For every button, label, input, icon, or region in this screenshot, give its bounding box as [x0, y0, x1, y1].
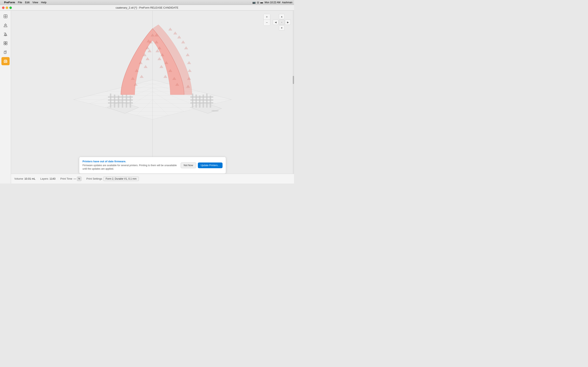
svg-marker-82: [148, 49, 151, 52]
svg-rect-57: [190, 100, 213, 100]
viewport-scrollbar[interactable]: [293, 11, 294, 184]
file-menu[interactable]: File: [18, 1, 22, 4]
layout-tool[interactable]: [1, 39, 9, 47]
nav-right-button[interactable]: ▶: [285, 20, 291, 25]
volume-display: Volume 10.01 mL: [14, 177, 35, 180]
nav-left-button[interactable]: ◀: [273, 20, 278, 25]
svg-line-13: [4, 51, 4, 51]
firmware-banner-actions: Not Now Update Printers...: [181, 162, 223, 168]
svg-rect-9: [6, 42, 7, 43]
model-scene: FRONT: [61, 17, 244, 139]
support-tool[interactable]: [1, 21, 9, 29]
preform-menu[interactable]: PreForm: [4, 1, 15, 4]
refresh-time-button[interactable]: ↻: [77, 176, 81, 181]
nav-down-row: ▼: [273, 25, 291, 31]
firmware-banner-description: Firmware updates are available for sever…: [82, 164, 177, 171]
update-printers-button[interactable]: Update Printers...: [198, 162, 223, 168]
svg-point-7: [5, 35, 6, 36]
svg-marker-91: [177, 35, 181, 39]
svg-rect-50: [192, 94, 193, 108]
svg-marker-81: [157, 57, 161, 60]
svg-rect-12: [4, 52, 6, 54]
svg-rect-47: [108, 100, 133, 100]
svg-rect-54: [206, 94, 208, 108]
view-menu[interactable]: View: [33, 1, 38, 4]
traffic-lights: [2, 7, 12, 9]
select-tool[interactable]: [1, 12, 9, 20]
svg-rect-44: [126, 94, 127, 108]
svg-marker-93: [168, 27, 172, 31]
minimize-button[interactable]: [6, 7, 8, 9]
left-sidebar: [0, 11, 11, 184]
volume-value: 10.01 mL: [24, 177, 35, 180]
menubar-icons: 📷 ◎ ▬: [252, 1, 263, 4]
svg-marker-88: [186, 53, 190, 56]
svg-marker-86: [188, 69, 191, 72]
battery-icon: ▬: [260, 1, 263, 4]
not-now-button[interactable]: Not Now: [181, 162, 196, 168]
viewport[interactable]: FRONT + − ▲ ◀ ⌂: [11, 11, 294, 184]
svg-marker-77: [163, 75, 167, 78]
svg-rect-10: [4, 43, 5, 45]
title-bar: caatenary_2.stl [*] - PreForm RELEASE CA…: [0, 5, 294, 11]
svg-rect-48: [108, 103, 133, 103]
transform-tool[interactable]: [1, 48, 9, 56]
help-menu[interactable]: Help: [41, 1, 47, 4]
firmware-banner: Printers have out of date firmware. Firm…: [79, 157, 226, 174]
svg-rect-40: [110, 94, 111, 108]
svg-rect-56: [190, 97, 213, 98]
svg-rect-46: [108, 97, 133, 98]
edit-menu[interactable]: Edit: [25, 1, 29, 4]
zoom-out-button[interactable]: −: [264, 20, 270, 25]
print-time-value: —: [73, 177, 76, 180]
close-button[interactable]: [2, 7, 4, 9]
svg-marker-78: [144, 65, 147, 68]
nav-home-button[interactable]: ⌂: [279, 20, 285, 25]
volume-label: Volume: [14, 177, 23, 180]
svg-text:FRONT: FRONT: [212, 110, 218, 112]
nav-up-button[interactable]: ▲: [279, 14, 285, 19]
svg-marker-80: [146, 57, 149, 60]
menu-bar: PreForm File Edit View Help 📷 ◎ ▬ Mon 10…: [0, 0, 294, 5]
print-time-label: Print Time: [61, 177, 72, 180]
window-title: caatenary_2.stl [*] - PreForm RELEASE CA…: [116, 6, 178, 9]
nav-mid-row: ◀ ⌂ ▶: [273, 20, 291, 25]
print-tool[interactable]: [1, 57, 9, 65]
zoom-controls: + −: [263, 14, 270, 26]
svg-line-5: [4, 24, 5, 25]
svg-point-18: [6, 61, 7, 62]
print-settings-button[interactable]: Form 2, Durable V1, 0.1 mm: [103, 176, 139, 181]
svg-marker-87: [187, 61, 191, 64]
svg-point-4: [5, 25, 6, 26]
svg-rect-17: [4, 62, 7, 63]
svg-marker-90: [181, 40, 185, 43]
firmware-banner-text: Printers have out of date firmware. Firm…: [82, 160, 177, 171]
nav-down-button[interactable]: ▼: [279, 25, 285, 31]
directional-controls: ▲ ◀ ⌂ ▶ ▼: [273, 14, 291, 31]
print-settings-display: Print Settings Form 2, Durable V1, 0.1 m…: [86, 176, 139, 181]
scrollbar-thumb[interactable]: [293, 76, 294, 84]
print-time-controls: — ↻: [73, 176, 81, 181]
svg-rect-58: [190, 103, 213, 103]
orient-tool[interactable]: [1, 30, 9, 38]
clock: Mon 10:22 AM: [265, 1, 280, 4]
svg-marker-92: [173, 32, 177, 35]
navigation-controls: + − ▲ ◀ ⌂ ▶ ▼: [263, 14, 291, 31]
svg-rect-11: [6, 43, 7, 45]
user-name: Aashman: [282, 1, 292, 4]
svg-marker-76: [140, 75, 144, 78]
print-settings-label: Print Settings: [86, 177, 102, 180]
maximize-button[interactable]: [9, 7, 12, 9]
layers-label: Layers: [40, 177, 48, 180]
status-bar: Volume 10.01 mL Layers 1143 Print Time —…: [11, 174, 294, 184]
layers-display: Layers 1143: [40, 177, 56, 180]
main-layout: FRONT + − ▲ ◀ ⌂: [0, 11, 294, 184]
wifi-icon: ◎: [257, 1, 259, 4]
zoom-in-button[interactable]: +: [264, 14, 270, 20]
svg-marker-89: [184, 46, 188, 49]
layers-value: 1143: [50, 177, 56, 180]
firmware-banner-title: Printers have out of date firmware.: [82, 160, 177, 163]
svg-rect-16: [4, 60, 7, 61]
svg-marker-79: [159, 65, 163, 68]
nav-up-row: ▲: [273, 14, 291, 19]
